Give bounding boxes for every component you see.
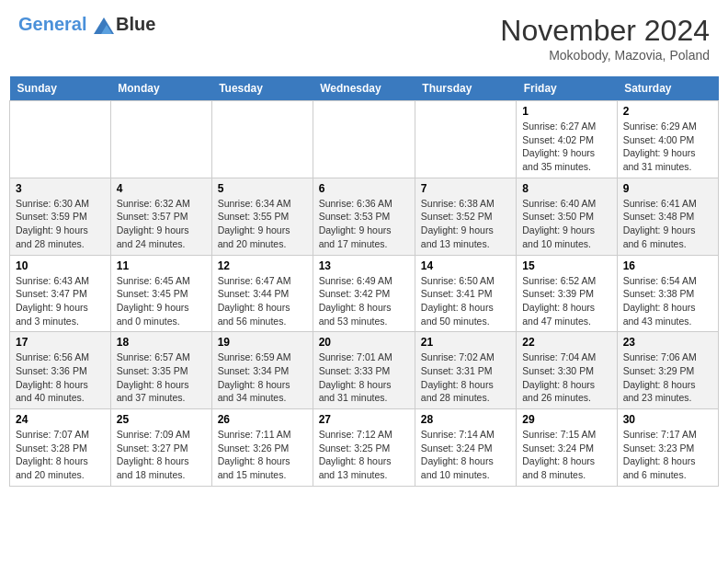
location: Mokobody, Mazovia, Poland [500, 48, 710, 63]
day-number: 20 [319, 336, 409, 349]
day-info: Sunrise: 6:27 AM Sunset: 4:02 PM Dayligh… [522, 120, 610, 174]
table-row: 28Sunrise: 7:14 AM Sunset: 3:24 PM Dayli… [415, 409, 516, 487]
day-number: 14 [421, 259, 510, 272]
day-number: 19 [218, 336, 307, 349]
day-number: 24 [16, 413, 105, 426]
day-info: Sunrise: 7:02 AM Sunset: 3:31 PM Dayligh… [421, 350, 510, 405]
day-number: 11 [117, 259, 206, 272]
day-info: Sunrise: 7:12 AM Sunset: 3:25 PM Dayligh… [319, 428, 409, 482]
day-info: Sunrise: 6:29 AM Sunset: 4:00 PM Dayligh… [623, 120, 712, 174]
day-info: Sunrise: 6:47 AM Sunset: 3:44 PM Dayligh… [218, 274, 307, 328]
day-info: Sunrise: 6:40 AM Sunset: 3:50 PM Dayligh… [522, 197, 610, 251]
calendar-week-row: 3Sunrise: 6:30 AM Sunset: 3:59 PM Daylig… [10, 178, 719, 255]
day-number: 5 [218, 182, 307, 195]
page-header: General Blue November 2024 Mokobody, Maz… [9, 9, 719, 67]
day-number: 21 [421, 336, 510, 349]
table-row [211, 101, 313, 178]
day-number: 17 [16, 336, 105, 349]
day-info: Sunrise: 7:01 AM Sunset: 3:33 PM Dayligh… [319, 350, 409, 405]
table-row: 16Sunrise: 6:54 AM Sunset: 3:38 PM Dayli… [617, 255, 718, 332]
col-friday: Friday [517, 76, 617, 101]
table-row: 5Sunrise: 6:34 AM Sunset: 3:55 PM Daylig… [211, 178, 313, 255]
table-row [313, 101, 415, 178]
table-row: 20Sunrise: 7:01 AM Sunset: 3:33 PM Dayli… [313, 332, 415, 409]
day-info: Sunrise: 7:04 AM Sunset: 3:30 PM Dayligh… [522, 350, 610, 405]
day-number: 12 [218, 259, 307, 272]
table-row: 26Sunrise: 7:11 AM Sunset: 3:26 PM Dayli… [211, 409, 313, 487]
day-number: 1 [522, 105, 610, 118]
calendar-header-row: Sunday Monday Tuesday Wednesday Thursday… [10, 76, 719, 101]
col-sunday: Sunday [10, 76, 111, 101]
table-row: 27Sunrise: 7:12 AM Sunset: 3:25 PM Dayli… [313, 409, 415, 487]
day-info: Sunrise: 6:49 AM Sunset: 3:42 PM Dayligh… [319, 274, 409, 328]
table-row: 6Sunrise: 6:36 AM Sunset: 3:53 PM Daylig… [313, 178, 415, 255]
table-row: 22Sunrise: 7:04 AM Sunset: 3:30 PM Dayli… [517, 332, 617, 409]
day-number: 28 [421, 413, 510, 426]
table-row: 14Sunrise: 6:50 AM Sunset: 3:41 PM Dayli… [415, 255, 516, 332]
col-tuesday: Tuesday [211, 76, 313, 101]
table-row: 19Sunrise: 6:59 AM Sunset: 3:34 PM Dayli… [211, 332, 313, 409]
day-number: 22 [522, 336, 610, 349]
table-row: 13Sunrise: 6:49 AM Sunset: 3:42 PM Dayli… [313, 255, 415, 332]
table-row: 21Sunrise: 7:02 AM Sunset: 3:31 PM Dayli… [415, 332, 516, 409]
day-info: Sunrise: 6:45 AM Sunset: 3:45 PM Dayligh… [117, 274, 206, 328]
col-thursday: Thursday [415, 76, 516, 101]
day-number: 15 [522, 259, 610, 272]
table-row: 8Sunrise: 6:40 AM Sunset: 3:50 PM Daylig… [517, 178, 617, 255]
calendar: Sunday Monday Tuesday Wednesday Thursday… [9, 76, 719, 487]
day-info: Sunrise: 7:17 AM Sunset: 3:23 PM Dayligh… [623, 428, 712, 482]
day-info: Sunrise: 6:34 AM Sunset: 3:55 PM Dayligh… [218, 197, 307, 251]
table-row [415, 101, 516, 178]
day-number: 25 [117, 413, 206, 426]
col-monday: Monday [110, 76, 211, 101]
table-row: 24Sunrise: 7:07 AM Sunset: 3:28 PM Dayli… [10, 409, 111, 487]
calendar-week-row: 1Sunrise: 6:27 AM Sunset: 4:02 PM Daylig… [10, 101, 719, 178]
calendar-week-row: 17Sunrise: 6:56 AM Sunset: 3:36 PM Dayli… [10, 332, 719, 409]
day-info: Sunrise: 6:30 AM Sunset: 3:59 PM Dayligh… [16, 197, 105, 251]
day-number: 10 [16, 259, 105, 272]
title-block: November 2024 Mokobody, Mazovia, Poland [500, 14, 710, 63]
day-info: Sunrise: 6:41 AM Sunset: 3:48 PM Dayligh… [623, 197, 712, 251]
table-row: 2Sunrise: 6:29 AM Sunset: 4:00 PM Daylig… [617, 101, 718, 178]
day-number: 7 [421, 182, 510, 195]
calendar-week-row: 10Sunrise: 6:43 AM Sunset: 3:47 PM Dayli… [10, 255, 719, 332]
table-row: 12Sunrise: 6:47 AM Sunset: 3:44 PM Dayli… [211, 255, 313, 332]
day-number: 6 [319, 182, 409, 195]
table-row [10, 101, 111, 178]
day-info: Sunrise: 7:09 AM Sunset: 3:27 PM Dayligh… [117, 428, 206, 482]
day-info: Sunrise: 6:52 AM Sunset: 3:39 PM Dayligh… [522, 274, 610, 328]
table-row: 7Sunrise: 6:38 AM Sunset: 3:52 PM Daylig… [415, 178, 516, 255]
day-info: Sunrise: 7:11 AM Sunset: 3:26 PM Dayligh… [218, 428, 307, 482]
table-row: 29Sunrise: 7:15 AM Sunset: 3:24 PM Dayli… [517, 409, 617, 487]
day-number: 18 [117, 336, 206, 349]
table-row [110, 101, 211, 178]
table-row: 9Sunrise: 6:41 AM Sunset: 3:48 PM Daylig… [617, 178, 718, 255]
table-row: 3Sunrise: 6:30 AM Sunset: 3:59 PM Daylig… [10, 178, 111, 255]
table-row: 11Sunrise: 6:45 AM Sunset: 3:45 PM Dayli… [110, 255, 211, 332]
day-number: 4 [117, 182, 206, 195]
day-number: 27 [319, 413, 409, 426]
day-info: Sunrise: 7:06 AM Sunset: 3:29 PM Dayligh… [623, 350, 712, 405]
logo-text: General [18, 14, 114, 34]
table-row: 10Sunrise: 6:43 AM Sunset: 3:47 PM Dayli… [10, 255, 111, 332]
day-info: Sunrise: 6:56 AM Sunset: 3:36 PM Dayligh… [16, 350, 105, 405]
day-info: Sunrise: 7:15 AM Sunset: 3:24 PM Dayligh… [522, 428, 610, 482]
day-number: 16 [623, 259, 712, 272]
calendar-week-row: 24Sunrise: 7:07 AM Sunset: 3:28 PM Dayli… [10, 409, 719, 487]
table-row: 17Sunrise: 6:56 AM Sunset: 3:36 PM Dayli… [10, 332, 111, 409]
logo-line2: Blue [116, 14, 155, 34]
table-row: 15Sunrise: 6:52 AM Sunset: 3:39 PM Dayli… [517, 255, 617, 332]
day-info: Sunrise: 7:07 AM Sunset: 3:28 PM Dayligh… [16, 428, 105, 482]
logo-icon [94, 17, 114, 34]
day-info: Sunrise: 6:54 AM Sunset: 3:38 PM Dayligh… [623, 274, 712, 328]
day-info: Sunrise: 6:36 AM Sunset: 3:53 PM Dayligh… [319, 197, 409, 251]
day-number: 8 [522, 182, 610, 195]
day-number: 13 [319, 259, 409, 272]
day-number: 9 [623, 182, 712, 195]
day-info: Sunrise: 6:43 AM Sunset: 3:47 PM Dayligh… [16, 274, 105, 328]
table-row: 18Sunrise: 6:57 AM Sunset: 3:35 PM Dayli… [110, 332, 211, 409]
logo: General Blue [18, 14, 155, 34]
day-number: 23 [623, 336, 712, 349]
day-number: 3 [16, 182, 105, 195]
day-info: Sunrise: 6:50 AM Sunset: 3:41 PM Dayligh… [421, 274, 510, 328]
